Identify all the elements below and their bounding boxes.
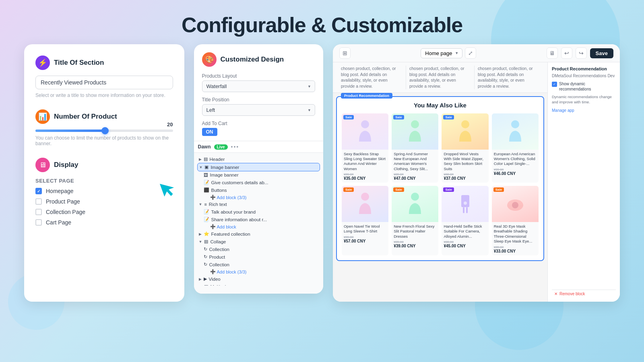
products-layout-select-wrapper: Waterfall [202,80,315,92]
banner-col-1: chosen product, collection, or blog post… [338,66,406,89]
product-old-price-4: ¥99.00 [494,168,537,171]
menu-dots[interactable]: ••• [231,144,239,150]
toggle-on-badge[interactable]: ON [202,128,217,136]
topbar-left: ⊞ [339,47,351,59]
topbar-icon-redo[interactable]: ↪ [576,47,587,59]
banner-col-2: chosen product, collection, or blog post… [406,66,475,89]
product-old-price-3: ¥88.00 [444,173,486,176]
add-block-3[interactable]: ➕Add block (3/3) [197,269,320,274]
product-old-price-1: ¥99.00 [344,173,386,176]
tree-header[interactable]: ▶ ▤ Header [197,155,320,163]
title-section-block: ⚡ Title Of Section Select or write a tit… [35,56,173,98]
slider-thumb[interactable] [101,127,109,134]
svg-point-0 [361,120,369,128]
product-new-price-6: ¥39.00 CNY [394,244,436,248]
title-section-icon: ⚡ [35,56,50,70]
checkbox-product-page[interactable]: Product Page [35,198,173,205]
middle-card: 🎨 Customized Design Products Layout Wate… [194,44,323,294]
products-grid-row1: Sale Sexy Backless Strap Sling Long Swea… [342,113,539,183]
checkbox-homepage-box[interactable] [35,188,42,194]
checkbox-cart-page-label: Cart Page [46,219,71,226]
number-section-icon: 📊 [35,109,50,124]
sidebar-app-name: DMetaSoul Recommendations Dev [552,74,616,78]
product-old-price-2: ¥89.00 [394,173,436,176]
sidebar-checkbox[interactable] [552,82,557,87]
product-card-6: Sale New French Floral Sexy Slit Pastora… [392,186,438,255]
checkbox-collection-page[interactable]: Collection Page [35,209,173,215]
topbar-center: Home page ⤢ [421,47,476,59]
number-section-block: 📊 Number Of Product 20 You can choose to… [35,109,173,146]
checkbox-product-page-box[interactable] [35,198,42,205]
checkbox-cart-page-box[interactable] [35,219,42,226]
topbar-icon-undo[interactable]: ↩ [561,47,572,59]
topbar-icon-layout[interactable]: ⊞ [339,47,351,59]
tree-collage[interactable]: ▼ ▤ Collage [197,238,320,245]
tree-buttons[interactable]: ⬛ Buttons [197,186,320,194]
sidebar-checkbox-row[interactable]: Show dynamic recommendations [552,81,616,92]
product-name-5: Open Navel Tie Wool Long Sleeve T-Shirt [344,224,386,234]
product-info-2: Spring And Summer New European And Ameri… [392,150,438,183]
svg-rect-6 [461,195,469,207]
product-info-4: European And American Women's Clothing, … [492,150,539,178]
product-info-6: New French Floral Sexy Slit Pastoral Hal… [392,222,438,250]
tree-image-banner[interactable]: ▼ ▣ Image banner [197,163,320,171]
add-block-2[interactable]: ➕Add block [197,224,320,229]
manage-app-link[interactable]: Manage app [552,108,616,113]
topbar-icon-expand[interactable]: ⤢ [465,47,476,59]
product-img-8: Sale [492,186,539,222]
title-section-label: Title Of Section [54,59,104,67]
tree-product-1[interactable]: ↻ Product [197,253,320,261]
customized-design-icon: 🎨 [202,52,217,67]
product-img-4 [492,113,539,150]
page-select[interactable]: Home page [421,48,462,58]
tree-give-customers[interactable]: 📝 Give customers details ab... [197,179,320,186]
tree-talk-about[interactable]: 📝 Talk about your brand [197,208,320,216]
sale-badge-7: Sale [443,187,454,192]
title-position-row: Title Position Left [202,97,315,116]
tree-image-banner-sub[interactable]: 🖼 Image banner [197,171,320,179]
tree-collection-2[interactable]: ↻ Collection [197,261,320,268]
checkbox-homepage[interactable]: Homepage [35,188,173,194]
svg-point-1 [411,120,419,128]
product-img-5: Sale [342,186,388,222]
right-content: chosen product, collection, or blog post… [333,62,547,302]
dawn-label: Dawn [198,144,211,150]
slider-fill [35,130,104,132]
title-section-input[interactable] [35,76,173,89]
save-button[interactable]: Save [590,48,613,58]
tree-rich-text[interactable]: ▼ ≡ Rich text [197,201,320,208]
add-block-1[interactable]: ➕Add block (3/3) [197,195,320,200]
tree-multicolumn[interactable]: ▼ ▤ Multicolumn [197,283,320,286]
tree-collection-1[interactable]: ↻ Collection [197,245,320,253]
tree-featured-collection[interactable]: ▶ ⭐ Featured collection [197,230,320,238]
remove-block-label: Remove block [559,292,585,296]
product-card-1: Sale Sexy Backless Strap Sling Long Swea… [342,113,388,183]
sidebar-section-title: Product Recommendation [552,66,616,71]
sale-badge-3: Sale [443,115,454,119]
number-section-label: Number Of Product [54,113,117,121]
svg-point-3 [511,120,519,128]
left-card: ⚡ Title Of Section Select or write a tit… [24,44,184,302]
display-section-header: 🖥 Display [35,158,173,172]
product-info-1: Sexy Backless Strap Sling Long Sweater S… [342,150,388,183]
checkbox-cart-page[interactable]: Cart Page [35,219,173,226]
checkbox-collection-page-box[interactable] [35,209,42,215]
product-new-price-2: ¥47.00 CNY [394,176,436,181]
tree-share-info[interactable]: 📝 Share information about r... [197,216,320,223]
sale-badge-8: Sale [493,187,504,192]
section-tree: ▶ ▤ Header ▼ ▣ Image banner 🖼 Image bann… [194,153,323,286]
tree-video[interactable]: ▶ ▶ Video [197,275,320,283]
svg-point-11 [512,202,518,208]
remove-block-btn[interactable]: ✕ Remove block [552,290,616,298]
display-section-label: Display [54,161,78,169]
product-img-3: Sale [442,113,488,150]
sale-badge-5: Sale [343,187,354,192]
product-new-price-5: ¥57.00 CNY [344,239,386,243]
product-old-price-7: ¥88.00 [444,240,486,244]
cards-container: ⚡ Title Of Section Select or write a tit… [0,44,644,302]
number-section-hint: You can choose to limit the number of pr… [35,135,173,146]
products-layout-select[interactable]: Waterfall [202,80,315,92]
title-position-select[interactable]: Left [202,104,315,116]
topbar-icon-desktop[interactable]: 🖥 [547,47,558,59]
product-card-7: Sale Hand-Held Selfie Stick Suitable For… [442,186,488,255]
